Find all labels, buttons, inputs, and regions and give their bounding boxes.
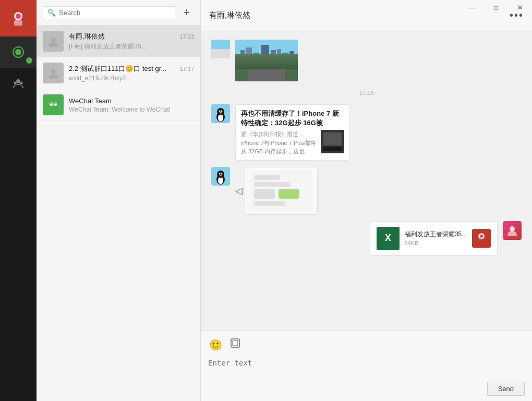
unread-indicator (26, 57, 32, 64)
svg-point-14 (54, 103, 55, 104)
svg-rect-17 (235, 60, 298, 81)
svg-rect-48 (254, 201, 285, 206)
chat-header-title: 有雨,琳依然 (209, 10, 250, 20)
message-row-image (211, 40, 522, 81)
input-toolbar: 🙂 (208, 336, 525, 353)
chat-name-row-2: 2.2 测试群口111口😊口 test gr... 17:17 (69, 64, 194, 74)
svg-rect-22 (271, 50, 276, 60)
penguin-avatar-3 (211, 167, 230, 186)
message-row-file: X 福利发放王者荣耀35... 54KB (211, 221, 522, 256)
file-name: 福利发放王者荣耀35... (405, 230, 467, 239)
close-button[interactable]: ✕ (508, 0, 532, 16)
svg-rect-46 (254, 189, 275, 199)
sender-avatar-1 (211, 40, 230, 58)
svg-point-10 (50, 102, 53, 106)
chat-time-2: 17:17 (179, 66, 194, 72)
chat-info-3: WeChat Team WeChat Team: Welcome to WeCh… (69, 97, 194, 113)
excel-icon: X (377, 227, 400, 250)
svg-rect-47 (279, 189, 299, 199)
svg-rect-54 (233, 341, 238, 346)
article-title: 再也不用清缓存了！iPhone 7 新特性确定：32G起步 16G被 (236, 105, 349, 130)
chat-list-panel: 🔍 + 有雨,琳依然 17:23 [File] 福利发放王者荣耀35... (37, 0, 201, 401)
search-input-wrapper[interactable]: 🔍 (43, 6, 175, 19)
svg-point-31 (221, 111, 223, 112)
timestamp-1: 17:18 (211, 90, 522, 96)
file-card[interactable]: X 福利发放王者荣耀35... 54KB (370, 221, 498, 256)
minimize-button[interactable]: — (460, 0, 484, 16)
svg-point-40 (219, 173, 221, 174)
city-image[interactable] (235, 40, 298, 81)
avatar-chat1 (43, 31, 64, 52)
svg-point-38 (218, 177, 223, 184)
svg-point-49 (510, 226, 515, 232)
avatar-chat3 (43, 94, 64, 115)
penguin-avatar (211, 40, 230, 58)
chat-window: 有雨,琳依然 ••• (201, 0, 532, 401)
svg-point-39 (217, 171, 224, 178)
file-size: 54KB (405, 240, 467, 246)
svg-point-5 (16, 79, 20, 83)
svg-rect-18 (240, 50, 245, 60)
sender-avatar-right (503, 221, 522, 240)
chat-messages: 17:18 再也不用清缓存了！i (201, 31, 532, 331)
forwarded-card[interactable] (245, 167, 318, 215)
svg-rect-25 (289, 51, 294, 60)
svg-point-52 (480, 235, 483, 238)
svg-rect-23 (277, 49, 281, 60)
chat-preview-3: WeChat Team: Welcome to WeChat! (69, 106, 194, 113)
forwarded-container: ◁ (235, 167, 318, 215)
my-avatar (503, 221, 522, 240)
svg-point-7 (20, 82, 23, 84)
svg-point-41 (221, 173, 223, 174)
svg-point-4 (15, 49, 21, 55)
sidebar-item-contacts[interactable] (0, 68, 37, 99)
attachment-button[interactable] (228, 336, 242, 353)
svg-point-8 (51, 38, 55, 42)
search-icon: 🔍 (47, 9, 56, 17)
chat-item-1[interactable]: 有雨,琳依然 17:23 [File] 福利发放王者荣耀35... (37, 26, 200, 57)
chat-name-2: 2.2 测试群口111口😊口 test gr... (69, 64, 166, 74)
article-card[interactable]: 再也不用清缓存了！iPhone 7 新特性确定：32G起步 16G被 据《华尔街… (235, 104, 350, 161)
maximize-button[interactable]: □ (484, 0, 508, 16)
message-row-article: 再也不用清缓存了！iPhone 7 新特性确定：32G起步 16G被 据《华尔街… (211, 104, 522, 161)
input-area: 🙂 Send (201, 331, 532, 401)
svg-point-13 (51, 103, 52, 104)
sender-avatar-2 (211, 104, 230, 123)
sidebar-item-messages[interactable] (0, 37, 37, 68)
svg-rect-24 (282, 53, 288, 60)
forwarded-card-preview (245, 167, 317, 214)
svg-rect-35 (323, 147, 342, 151)
svg-point-9 (51, 69, 55, 74)
svg-point-15 (55, 103, 56, 104)
chat-name-row-1: 有雨,琳依然 17:23 (69, 32, 194, 41)
input-bottom-row: Send (208, 382, 525, 396)
svg-point-12 (50, 103, 51, 104)
svg-rect-20 (253, 53, 259, 60)
svg-rect-19 (246, 47, 252, 60)
svg-rect-45 (254, 182, 291, 187)
forward-arrow-icon: ◁ (235, 185, 243, 197)
message-input[interactable] (208, 357, 525, 378)
svg-point-6 (14, 82, 17, 84)
search-input[interactable] (59, 9, 171, 17)
svg-point-32 (220, 112, 222, 114)
avatar-chat2 (43, 63, 64, 83)
svg-rect-34 (323, 132, 342, 145)
chat-name-3: WeChat Team (69, 97, 112, 105)
svg-rect-21 (261, 45, 269, 60)
chat-name-row-3: WeChat Team (69, 97, 194, 105)
svg-point-1 (16, 14, 21, 19)
app-logo (0, 0, 37, 37)
sender-avatar-3 (211, 167, 230, 186)
chat-preview-2: wxid_e21fk79r7bxy2... (69, 75, 194, 82)
add-chat-button[interactable]: + (179, 5, 194, 20)
chat-item-2[interactable]: 2.2 测试群口111口😊口 test gr... 17:17 wxid_e21… (37, 57, 200, 89)
svg-point-30 (219, 111, 221, 112)
chat-time-1: 17:23 (179, 33, 194, 40)
app-icon (472, 229, 491, 248)
send-button[interactable]: Send (487, 382, 525, 396)
chat-item-3[interactable]: WeChat Team WeChat Team: Welcome to WeCh… (37, 89, 200, 121)
search-bar: 🔍 + (37, 0, 200, 26)
emoji-button[interactable]: 🙂 (208, 337, 223, 352)
svg-point-28 (218, 114, 223, 121)
